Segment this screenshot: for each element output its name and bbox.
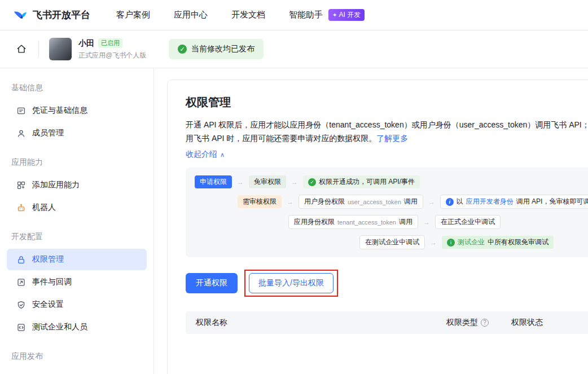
- check-circle-icon: ✓: [178, 45, 187, 54]
- publish-status-banner: ✓ 当前修改均已发布: [169, 39, 264, 59]
- flow-apply-badge: 申请权限: [195, 175, 232, 188]
- flow-arrow-icon: →: [237, 178, 244, 186]
- description-line2: 用飞书 API 时，应用可能还需要申请对应的数据权限。: [186, 134, 376, 143]
- divider: [38, 41, 39, 58]
- sidebar-item-members[interactable]: 成员管理: [7, 122, 147, 144]
- lock-icon: [16, 254, 26, 265]
- app-header: 小田 已启用 正式应用@飞书个人版 ✓ 当前修改均已发布: [0, 30, 588, 68]
- credential-card-icon: [16, 105, 26, 116]
- highlight-annotation-box: 批量导入/导出权限: [244, 270, 338, 297]
- sidebar-section-basic-info: 基础信息: [0, 71, 153, 99]
- flow-arrow-icon: →: [430, 239, 437, 247]
- nav-item-customer-cases[interactable]: 客户案例: [116, 10, 150, 20]
- column-permission-type: 权限类型 ?: [446, 318, 511, 328]
- sidebar-item-label: 权限管理: [32, 254, 64, 265]
- collapse-intro-label: 收起介绍: [186, 149, 217, 160]
- flow-row-4: 在测试企业中调试 → i 测试企业中所有权限免审调试: [359, 235, 588, 249]
- flow-review-badge: 需审核权限: [238, 195, 282, 208]
- user-perm-token: user_access_token: [348, 199, 401, 205]
- tenant-perm-token: tenant_access_token: [337, 219, 396, 226]
- sidebar-item-events-callbacks[interactable]: 事件与回调: [7, 271, 147, 293]
- top-navbar: 飞书开放平台 客户案例 应用中心 开发文档 智能助手 ✦ AI 开发: [0, 0, 588, 30]
- ai-dev-badge[interactable]: ✦ AI 开发: [328, 9, 365, 21]
- collapse-intro-toggle[interactable]: 收起介绍 ∧: [186, 149, 225, 160]
- flow-test-note: i 测试企业中所有权限免审调试: [442, 236, 554, 249]
- permission-card: 权限管理 开通 API 权限后，应用才能以应用身份（tenant_access_…: [167, 80, 588, 374]
- flow-formal-debug-node: 在正式企业中调试: [435, 215, 501, 229]
- home-button[interactable]: [12, 40, 30, 58]
- sidebar-item-label: 添加应用能力: [32, 180, 80, 190]
- sidebar-section-app-capability: 应用能力: [0, 145, 153, 173]
- description-line1: 开通 API 权限后，应用才能以应用身份（tenant_access_token…: [186, 118, 588, 131]
- flow-dev-debug-note: i 以应用开发者身份调用 API，免审核即可调试: [440, 195, 588, 209]
- column-permission-name: 权限名称: [186, 318, 446, 328]
- permission-type-label: 权限类型: [446, 318, 478, 328]
- sidebar-item-credentials[interactable]: 凭证与基础信息: [7, 100, 147, 121]
- tenant-perm-suffix: 调用: [399, 217, 413, 227]
- user-perm-suffix: 调用: [404, 197, 418, 206]
- sidebar-item-label: 测试企业和人员: [32, 322, 87, 332]
- robot-icon: [16, 203, 26, 213]
- shield-check-icon: [16, 300, 26, 310]
- code-brackets-icon: [16, 322, 26, 332]
- learn-more-link[interactable]: 了解更多: [376, 134, 408, 143]
- flow-arrow-icon: →: [428, 198, 435, 206]
- action-bar: 开通权限 批量导入/导出权限: [186, 270, 588, 297]
- sidebar-item-label: 安全设置: [32, 300, 64, 310]
- flow-tenant-permission-node: 应用身份权限 tenant_access_token 调用: [288, 215, 418, 229]
- flow-row-2: 需审核权限 → 用户身份权限 user_access_token 调用 → i …: [238, 195, 588, 209]
- info-circle-icon: i: [447, 239, 455, 247]
- person-icon: [16, 128, 26, 138]
- sidebar-item-label: 事件与回调: [32, 277, 72, 287]
- flow-free-badge: 免审权限: [249, 175, 286, 188]
- feishu-logo-icon: [12, 7, 28, 23]
- grid-plus-icon: [16, 180, 26, 190]
- sidebar-item-add-capability[interactable]: 添加应用能力: [7, 174, 147, 196]
- permission-flow-diagram: 申请权限 → 免审权限 → ✓ 权限开通成功，可调用 API/事件 需审核权限 …: [186, 168, 588, 257]
- flow-arrow-icon: →: [291, 178, 298, 186]
- tenant-perm-label: 应用身份权限: [294, 217, 335, 227]
- home-icon: [16, 43, 27, 55]
- nav-item-dev-docs[interactable]: 开发文档: [231, 10, 265, 20]
- dev-note-highlight: 应用开发者身份: [466, 197, 514, 206]
- sparkle-icon: ✦: [332, 12, 337, 18]
- flow-user-permission-node: 用户身份权限 user_access_token 调用: [299, 195, 423, 209]
- app-avatar: [49, 38, 72, 60]
- app-type-label: 正式应用@飞书个人版: [78, 51, 161, 60]
- sidebar-section-app-release: 应用发布: [0, 339, 153, 367]
- publish-status-text: 当前修改均已发布: [191, 44, 254, 54]
- sidebar-section-dev-config: 开发配置: [0, 219, 153, 248]
- flow-free-result-text: 权限开通成功，可调用 API/事件: [319, 177, 415, 187]
- column-permission-status: 权限状态: [511, 318, 588, 328]
- nav-item-app-center[interactable]: 应用中心: [174, 10, 208, 20]
- event-callback-icon: [16, 277, 26, 287]
- permission-table-header: 权限名称 权限类型 ? 权限状态: [186, 311, 588, 334]
- sidebar-item-permissions[interactable]: 权限管理: [7, 249, 147, 270]
- sidebar-item-label: 成员管理: [32, 128, 64, 138]
- sidebar-item-label: 凭证与基础信息: [32, 105, 87, 116]
- page-title: 权限管理: [186, 95, 588, 110]
- ai-dev-badge-label: AI 开发: [339, 10, 361, 20]
- sidebar: 基础信息 凭证与基础信息 成员管理 应用能力: [0, 68, 154, 374]
- flow-row-1: 申请权限 → 免审权限 → ✓ 权限开通成功，可调用 API/事件: [195, 175, 588, 188]
- flow-test-debug-node: 在测试企业中调试: [359, 235, 425, 249]
- sidebar-item-test-org[interactable]: 测试企业和人员: [7, 316, 147, 338]
- help-icon[interactable]: ?: [481, 319, 489, 327]
- check-circle-icon: ✓: [308, 178, 316, 186]
- nav-item-ai-assistant[interactable]: 智能助手: [289, 10, 323, 20]
- sidebar-item-security-settings[interactable]: 安全设置: [7, 294, 147, 315]
- open-permission-button[interactable]: 开通权限: [186, 273, 238, 293]
- sidebar-item-label: 机器人: [32, 203, 56, 213]
- page-description: 开通 API 权限后，应用才能以应用身份（tenant_access_token…: [186, 118, 588, 145]
- flow-arrow-icon: →: [287, 198, 293, 206]
- brand[interactable]: 飞书开放平台: [12, 7, 90, 23]
- sidebar-item-version-release[interactable]: 版本管理与发布: [7, 368, 147, 374]
- primary-nav: 客户案例 应用中心 开发文档 智能助手 ✦ AI 开发: [116, 9, 365, 21]
- flow-free-result: ✓ 权限开通成功，可调用 API/事件: [303, 175, 420, 188]
- batch-import-export-button[interactable]: 批量导入/导出权限: [249, 273, 334, 293]
- app-meta: 小田 已启用 正式应用@飞书个人版: [78, 38, 161, 60]
- sidebar-item-bot[interactable]: 机器人: [7, 197, 147, 218]
- test-note-suffix: 中所有权限免审调试: [488, 237, 548, 247]
- dev-note-prefix: 以: [457, 197, 463, 206]
- brand-title: 飞书开放平台: [33, 8, 90, 21]
